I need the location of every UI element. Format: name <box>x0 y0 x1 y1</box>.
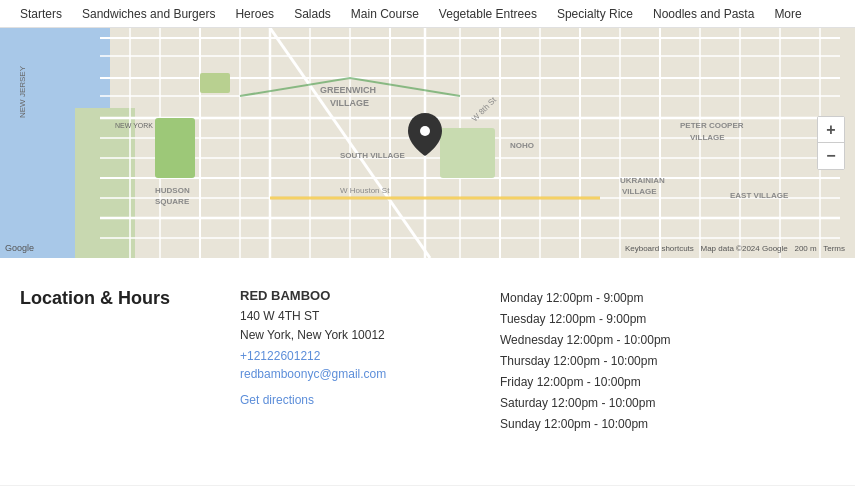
zoom-out-button[interactable]: − <box>818 143 844 169</box>
hours-row-tuesday: Tuesday 12:00pm - 9:00pm <box>500 309 835 330</box>
svg-text:HUDSON: HUDSON <box>155 186 190 195</box>
svg-text:NEW JERSEY: NEW JERSEY <box>18 65 27 118</box>
hours-section: Monday 12:00pm - 9:00pmTuesday 12:00pm -… <box>500 288 835 435</box>
address-line1: 140 W 4TH ST <box>240 307 460 326</box>
nav-item-starters[interactable]: Starters <box>10 0 72 27</box>
svg-text:GREENWICH: GREENWICH <box>320 85 376 95</box>
nav-item-sandwiches[interactable]: Sandwiches and Burgers <box>72 0 225 27</box>
navigation: StartersSandwiches and BurgersHeroesSala… <box>0 0 855 28</box>
svg-rect-35 <box>155 118 195 178</box>
svg-text:SOUTH VILLAGE: SOUTH VILLAGE <box>340 151 406 160</box>
location-details: RED BAMBOO 140 W 4TH ST New York, New Yo… <box>240 288 460 435</box>
svg-text:VILLAGE: VILLAGE <box>622 187 657 196</box>
svg-text:SQUARE: SQUARE <box>155 197 190 206</box>
svg-point-52 <box>420 126 430 136</box>
svg-text:NOHO: NOHO <box>510 141 534 150</box>
google-logo: Google <box>5 243 34 253</box>
footer: RED BAM BOO f 𝕏 <box>0 485 855 503</box>
get-directions-link[interactable]: Get directions <box>240 393 460 407</box>
section-title: Location & Hours <box>20 288 200 435</box>
map-container: NEW JERSEY NEW YORK GREENWICH VILLAGE SO… <box>0 28 855 258</box>
map-attribution: Keyboard shortcuts Map data ©2024 Google… <box>625 244 845 253</box>
phone-link[interactable]: +12122601212 <box>240 349 460 363</box>
svg-text:VILLAGE: VILLAGE <box>690 133 725 142</box>
map-zoom-controls: + − <box>817 116 845 170</box>
hours-row-monday: Monday 12:00pm - 9:00pm <box>500 288 835 309</box>
nav-item-vegetable[interactable]: Vegetable Entrees <box>429 0 547 27</box>
hours-row-wednesday: Wednesday 12:00pm - 10:00pm <box>500 330 835 351</box>
svg-text:VILLAGE: VILLAGE <box>330 98 369 108</box>
nav-item-heroes[interactable]: Heroes <box>225 0 284 27</box>
nav-item-more[interactable]: More <box>764 0 811 27</box>
nav-item-main-course[interactable]: Main Course <box>341 0 429 27</box>
svg-text:UKRAINIAN: UKRAINIAN <box>620 176 665 185</box>
address-line2: New York, New York 10012 <box>240 326 460 345</box>
svg-rect-34 <box>200 73 230 93</box>
hours-row-sunday: Sunday 12:00pm - 10:00pm <box>500 414 835 435</box>
hours-row-thursday: Thursday 12:00pm - 10:00pm <box>500 351 835 372</box>
svg-text:EAST VILLAGE: EAST VILLAGE <box>730 191 789 200</box>
hours-row-saturday: Saturday 12:00pm - 10:00pm <box>500 393 835 414</box>
location-section: Location & Hours RED BAMBOO 140 W 4TH ST… <box>0 258 855 455</box>
svg-rect-33 <box>440 128 495 178</box>
svg-text:W Houston St: W Houston St <box>340 186 390 195</box>
zoom-in-button[interactable]: + <box>818 117 844 143</box>
svg-text:NEW YORK: NEW YORK <box>115 122 153 129</box>
restaurant-name: RED BAMBOO <box>240 288 460 303</box>
nav-item-noodles[interactable]: Noodles and Pasta <box>643 0 764 27</box>
nav-item-specialty-rice[interactable]: Specialty Rice <box>547 0 643 27</box>
hours-row-friday: Friday 12:00pm - 10:00pm <box>500 372 835 393</box>
nav-item-salads[interactable]: Salads <box>284 0 341 27</box>
svg-rect-2 <box>75 108 135 258</box>
email-link[interactable]: redbamboonyc@gmail.com <box>240 367 460 381</box>
svg-text:PETER COOPER: PETER COOPER <box>680 121 744 130</box>
